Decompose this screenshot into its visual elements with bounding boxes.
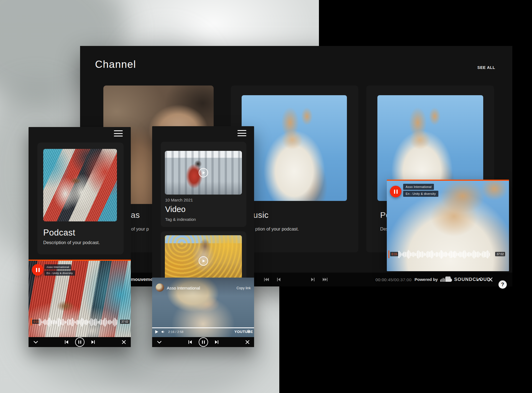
waveform[interactable]	[398, 249, 493, 259]
help-icon[interactable]: ?	[498, 280, 507, 289]
waveform-bar	[62, 319, 63, 325]
channel-avatar[interactable]	[156, 283, 164, 292]
skip-previous-icon[interactable]	[187, 339, 193, 345]
hamburger-menu-icon[interactable]	[237, 130, 246, 138]
play-icon[interactable]	[154, 329, 159, 334]
waveform-bar	[47, 320, 48, 325]
player-control-bar	[29, 337, 131, 347]
waveform-bar	[68, 319, 68, 326]
waveform-bar	[473, 250, 474, 258]
waveform-bar	[466, 252, 466, 257]
podcast-title: Podcast	[43, 228, 75, 238]
waveform-bar	[63, 319, 64, 325]
waveform-bar	[103, 320, 103, 325]
waveform[interactable]	[39, 317, 119, 327]
waveform-bar	[104, 318, 105, 327]
pause-button[interactable]	[32, 264, 44, 276]
waveform-bar	[417, 251, 418, 258]
progress-bar[interactable]	[152, 327, 254, 328]
close-icon[interactable]	[121, 339, 127, 345]
pause-button[interactable]	[75, 337, 85, 347]
waveform-bar	[461, 252, 462, 257]
chevron-up-icon[interactable]	[476, 276, 483, 283]
chevron-down-icon[interactable]	[156, 339, 162, 345]
artist-chip: Asso International	[403, 184, 434, 190]
waveform-bar	[449, 252, 449, 256]
video-title: Video	[165, 205, 186, 214]
close-icon[interactable]	[487, 276, 494, 283]
rewind-icon[interactable]	[263, 276, 270, 283]
chevron-down-icon[interactable]	[33, 339, 39, 345]
waveform-bar	[487, 250, 488, 258]
waveform-bar	[434, 253, 434, 256]
waveform-bar	[73, 318, 73, 326]
waveform-bar	[71, 319, 71, 325]
soundcloud-label[interactable]: SOUNDCLOUD	[454, 277, 491, 282]
skip-next-icon[interactable]	[90, 339, 96, 345]
waveform-bar	[476, 252, 477, 257]
waveform-bar	[470, 253, 471, 256]
waveform-bar	[108, 320, 109, 324]
card-description: of your p	[131, 226, 149, 232]
waveform-bar	[48, 318, 49, 326]
skip-previous-icon[interactable]	[63, 339, 70, 345]
fast-forward-icon[interactable]	[322, 276, 328, 283]
hamburger-menu-icon[interactable]	[114, 130, 123, 138]
play-icon[interactable]	[199, 168, 208, 177]
close-icon[interactable]	[244, 339, 250, 345]
seek-handle[interactable]	[388, 250, 389, 258]
see-all-button[interactable]: SEE ALL	[477, 65, 495, 70]
waveform-bar	[443, 252, 444, 257]
waveform-bar	[79, 320, 80, 324]
play-icon[interactable]	[199, 256, 208, 266]
waveform-bar	[475, 252, 476, 257]
waveform-bar	[101, 319, 101, 325]
waveform-bar	[97, 321, 98, 324]
volume-icon[interactable]	[160, 330, 166, 334]
waveform-bar	[89, 320, 90, 324]
accent-line	[387, 180, 509, 181]
waveform-bar	[90, 319, 91, 326]
waveform-bar	[104, 319, 104, 326]
waveform-bar	[458, 253, 459, 256]
podcast-card[interactable]: Podcast Description of your podcast.	[37, 143, 124, 254]
waveform-bar	[424, 253, 425, 256]
waveform-bar	[69, 319, 70, 325]
skip-previous-icon[interactable]	[275, 276, 282, 283]
waveform-bar	[408, 250, 409, 259]
waveform-bar	[84, 320, 85, 324]
copy-link-button[interactable]: Copy link	[237, 286, 251, 290]
waveform-bar	[407, 252, 407, 257]
waveform-bar	[439, 252, 440, 257]
pause-button[interactable]	[390, 186, 401, 197]
video-card[interactable]: 10 March 2021 Video Tag & indexation	[161, 142, 246, 227]
waveform-bar	[452, 251, 452, 258]
waveform-bar	[108, 321, 108, 324]
waveform-bar	[50, 319, 51, 326]
waveform-bar	[469, 252, 469, 257]
pause-button[interactable]	[199, 337, 208, 347]
waveform-bar	[441, 250, 441, 258]
waveform-bar	[398, 251, 399, 258]
skip-next-icon[interactable]	[310, 276, 316, 283]
waveform-bar	[431, 250, 432, 258]
waveform-bar	[419, 251, 420, 258]
waveform-bar	[117, 320, 117, 325]
waveform-bar	[95, 318, 96, 326]
waveform-bar	[447, 253, 447, 256]
waveform-bar	[85, 320, 85, 324]
waveform-bar	[98, 321, 99, 324]
skip-next-icon[interactable]	[214, 339, 220, 345]
waveform-bar	[89, 321, 89, 323]
settings-gear-icon[interactable]	[246, 329, 251, 333]
waveform-bar	[112, 321, 112, 324]
waveform-bar	[479, 252, 480, 257]
waveform-bar	[40, 318, 40, 326]
waveform-bar	[88, 321, 88, 324]
seek-handle[interactable]	[31, 318, 32, 325]
waveform-bar	[433, 252, 433, 257]
waveform-bar	[92, 319, 93, 325]
video-subtitle: Tag & indexation	[165, 217, 196, 222]
waveform-bar	[402, 253, 403, 256]
waveform-bar	[115, 318, 116, 326]
